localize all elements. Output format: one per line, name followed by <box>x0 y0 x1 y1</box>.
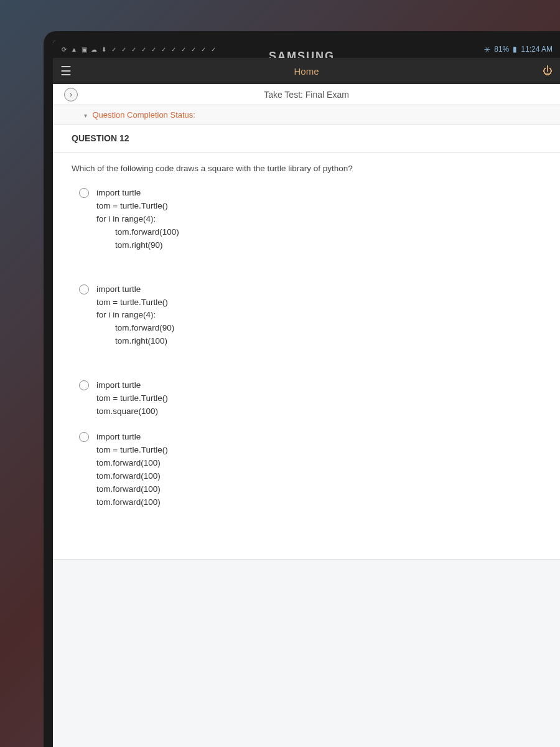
power-icon[interactable]: ⏻ <box>543 65 553 77</box>
screen: ⟳ ▲ ▣ ☁ ⬇ ✓ ✓ ✓ ✓ ✓ ✓ ✓ ✓ ✓ ✓ ✓ ⚹ 81% ▮ <box>53 40 560 747</box>
question-number: QUESTION 12 <box>53 125 560 153</box>
answer-text: import turtle tom = turtle.Turtle() tom.… <box>96 379 168 418</box>
answer-option-a[interactable]: import turtle tom = turtle.Turtle() for … <box>72 187 541 252</box>
check-icon: ✓ <box>140 45 147 53</box>
content-area: QUESTION 12 Which of the following code … <box>53 125 560 747</box>
answer-text: import turtle tom = turtle.Turtle() tom.… <box>96 431 168 509</box>
warning-icon: ▲ <box>70 45 78 53</box>
completion-status-bar: ▾ Question Completion Status: <box>53 105 560 125</box>
check-icon: ✓ <box>130 45 138 53</box>
completion-status-label[interactable]: Question Completion Status: <box>92 110 195 120</box>
status-right: ⚹ 81% ▮ 11:24 AM <box>484 45 553 54</box>
answer-text: import turtle tom = turtle.Turtle() for … <box>96 187 179 252</box>
menu-icon[interactable]: ☰ <box>60 63 72 78</box>
radio-button[interactable] <box>79 432 89 442</box>
app-header: ☰ Home ⏻ <box>53 58 560 84</box>
chevron-right-icon: › <box>70 90 72 99</box>
status-left-icons: ⟳ ▲ ▣ ☁ ⬇ ✓ ✓ ✓ ✓ ✓ ✓ ✓ ✓ ✓ ✓ ✓ <box>60 45 217 53</box>
cloud-icon: ☁ <box>90 45 98 53</box>
check-icon: ✓ <box>210 45 217 53</box>
answer-text: import turtle tom = turtle.Turtle() for … <box>96 283 174 349</box>
check-icon: ✓ <box>110 45 118 53</box>
clock-time: 11:24 AM <box>521 45 553 54</box>
page-subtitle: Take Test: Final Exam <box>264 90 349 100</box>
answer-option-b[interactable]: import turtle tom = turtle.Turtle() for … <box>72 283 541 349</box>
answer-option-c[interactable]: import turtle tom = turtle.Turtle() tom.… <box>72 379 541 418</box>
reload-icon: ⟳ <box>60 45 68 53</box>
question-block: QUESTION 12 Which of the following code … <box>53 125 560 560</box>
answer-option-d[interactable]: import turtle tom = turtle.Turtle() tom.… <box>72 431 541 509</box>
chevron-down-icon[interactable]: ▾ <box>84 112 87 119</box>
check-icon: ✓ <box>160 45 167 53</box>
wifi-icon: ⚹ <box>484 45 490 54</box>
check-icon: ✓ <box>190 45 197 53</box>
subtitle-bar: › Take Test: Final Exam <box>53 84 560 105</box>
check-icon: ✓ <box>150 45 157 53</box>
check-icon: ✓ <box>200 45 207 53</box>
nav-forward-button[interactable]: › <box>64 88 78 101</box>
radio-button[interactable] <box>79 188 89 198</box>
battery-percentage: 81% <box>494 45 509 54</box>
check-icon: ✓ <box>170 45 177 53</box>
tablet-frame: SAMSUNG ⟳ ▲ ▣ ☁ ⬇ ✓ ✓ ✓ ✓ ✓ ✓ ✓ ✓ ✓ ✓ ✓ <box>44 31 560 747</box>
battery-icon: ▮ <box>513 45 517 54</box>
app-title: Home <box>294 66 319 77</box>
question-prompt: Which of the following code draws a squa… <box>72 164 541 173</box>
app-icon: ▣ <box>80 45 88 53</box>
radio-button[interactable] <box>79 284 89 294</box>
check-icon: ✓ <box>180 45 187 53</box>
download-icon: ⬇ <box>100 45 108 53</box>
radio-button[interactable] <box>79 380 89 390</box>
question-body: Which of the following code draws a squa… <box>53 153 560 559</box>
check-icon: ✓ <box>120 45 128 53</box>
